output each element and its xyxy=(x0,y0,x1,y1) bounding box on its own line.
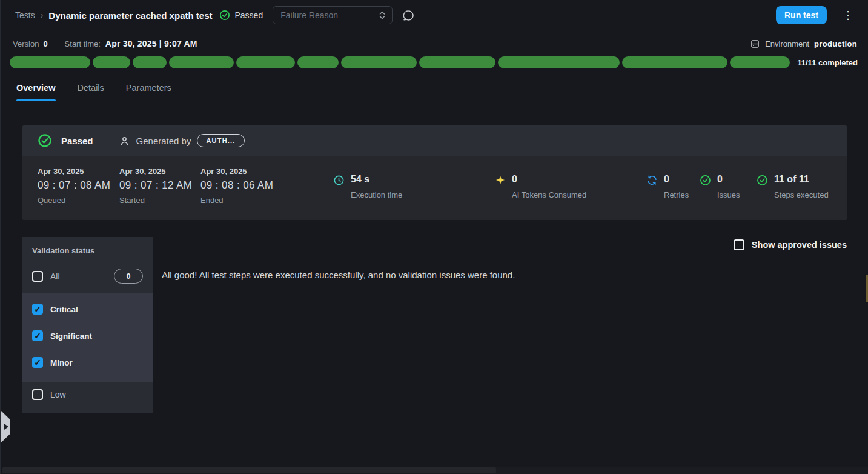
timestamp-date: Apr 30, 2025 xyxy=(38,167,110,176)
show-approved-checkbox[interactable] xyxy=(734,239,744,250)
environment-label: Environment xyxy=(765,39,809,48)
validation-filter-label: Minor xyxy=(50,358,73,367)
person-icon xyxy=(119,135,130,147)
checked-filter-group: ✓Critical✓Significant✓Minor xyxy=(22,293,153,382)
metric-value: 11 of 11 xyxy=(774,174,809,184)
validation-filter-all[interactable]: All0 xyxy=(22,261,153,291)
progress-segment[interactable] xyxy=(730,56,790,68)
progress-segment[interactable] xyxy=(622,56,727,68)
progress-segment[interactable] xyxy=(297,56,339,68)
metric-value: 0 xyxy=(664,174,669,184)
sidebar-expand-handle[interactable] xyxy=(1,411,10,442)
metric-label: AI Tokens Consumed xyxy=(512,190,586,199)
kebab-menu-icon[interactable]: ⋮ xyxy=(839,8,857,22)
sparkle-icon xyxy=(495,175,506,199)
metric-value: 0 xyxy=(512,174,517,184)
clock-icon xyxy=(333,175,345,199)
validation-filter-label: Significant xyxy=(50,332,92,341)
checkbox-checked-icon[interactable]: ✓ xyxy=(32,304,43,315)
chevron-updown-icon xyxy=(379,10,386,20)
breadcrumb-tests-link[interactable]: Tests xyxy=(15,10,35,20)
generated-by-label: Generated by xyxy=(136,136,191,146)
result-status-text: Passed xyxy=(61,136,93,146)
progress-bar xyxy=(10,56,790,68)
check-circle-icon xyxy=(757,175,768,199)
metric-steps-executed: 11 of 11 Steps executed xyxy=(757,174,829,199)
breadcrumb-separator: › xyxy=(41,10,44,20)
issues-section: Validation status All0✓Critical✓Signific… xyxy=(22,237,847,413)
retry-icon xyxy=(646,175,658,199)
checkbox-checked-icon[interactable]: ✓ xyxy=(32,330,43,341)
topbar: Tests › Dynamic parameter cached xpath t… xyxy=(1,0,868,30)
validation-filter-significant[interactable]: ✓Significant xyxy=(22,322,153,349)
validation-filter-label: Low xyxy=(50,390,66,399)
timestamp-time: 09 : 07 : 12 AM xyxy=(119,179,192,192)
timestamp-label: Started xyxy=(119,196,192,205)
horizontal-scrollbar-thumb[interactable] xyxy=(2,467,496,473)
timestamp-started: Apr 30, 2025 09 : 07 : 12 AM Started xyxy=(119,167,192,205)
checkbox-unchecked-icon[interactable] xyxy=(32,389,43,400)
show-approved-row: Show approved issues xyxy=(162,237,847,253)
metric-ai-tokens: 0 AI Tokens Consumed xyxy=(495,174,586,199)
horizontal-scrollbar-track[interactable] xyxy=(2,467,868,474)
validation-filter-low[interactable]: Low xyxy=(22,382,153,407)
run-meta-row: Version 0 Start time: Apr 30, 2025 | 9:0… xyxy=(1,36,868,51)
tab-parameters[interactable]: Parameters xyxy=(126,83,171,101)
tab-details[interactable]: Details xyxy=(78,83,104,101)
progress-segment[interactable] xyxy=(169,56,234,68)
check-circle-icon xyxy=(38,133,52,148)
start-time: Start time: Apr 30, 2025 | 9:07 AM xyxy=(65,39,197,48)
metric-value: 0 xyxy=(717,174,723,184)
progress-segment[interactable] xyxy=(10,56,90,68)
progress-segment[interactable] xyxy=(341,56,417,68)
environment-info: Environment production xyxy=(750,39,857,49)
comment-icon[interactable] xyxy=(402,9,415,22)
failure-reason-placeholder: Failure Reason xyxy=(280,10,338,20)
timestamp-queued: Apr 30, 2025 09 : 07 : 08 AM Queued xyxy=(38,167,110,205)
validation-filter-label: Critical xyxy=(50,305,78,314)
metric-label: Issues xyxy=(717,190,740,199)
show-approved-label: Show approved issues xyxy=(752,240,847,250)
progress-completed-text: 11/11 completed xyxy=(797,58,858,67)
generated-by: Generated by AUTH... xyxy=(119,134,245,147)
run-test-button[interactable]: Run test xyxy=(776,6,827,24)
environment-icon xyxy=(750,39,760,49)
progress-segment[interactable] xyxy=(93,56,130,68)
version-value: 0 xyxy=(43,39,47,48)
metric-value: 54 s xyxy=(351,174,369,184)
checkbox-unchecked-icon[interactable] xyxy=(32,271,43,282)
validation-filter-list: All0✓Critical✓Significant✓MinorLow xyxy=(22,261,153,407)
progress-segment[interactable] xyxy=(498,56,620,68)
metric-label: Retries xyxy=(664,190,689,199)
validation-filter-critical[interactable]: ✓Critical xyxy=(22,296,153,322)
run-summary-card: Passed Generated by AUTH... Apr 30, 2025… xyxy=(22,125,847,220)
check-circle-icon xyxy=(219,10,230,21)
start-time-value: Apr 30, 2025 | 9:07 AM xyxy=(105,39,197,48)
progress-segment[interactable] xyxy=(236,56,295,68)
timestamp-time: 09 : 08 : 06 AM xyxy=(200,179,273,192)
environment-value: production xyxy=(814,39,857,48)
tab-overview[interactable]: Overview xyxy=(16,83,56,101)
checkbox-checked-icon[interactable]: ✓ xyxy=(32,357,43,368)
validation-filter-minor[interactable]: ✓Minor xyxy=(22,349,153,376)
progress-segment[interactable] xyxy=(133,56,166,68)
metric-retries: 0 Retries xyxy=(646,174,689,199)
result-status: Passed xyxy=(38,133,93,148)
version-label: Version xyxy=(13,39,39,48)
timestamp-date: Apr 30, 2025 xyxy=(200,167,273,176)
validation-filter-label: All xyxy=(50,272,60,281)
generated-by-badge[interactable]: AUTH... xyxy=(197,134,244,147)
page-title: Dynamic parameter cached xpath test xyxy=(48,10,212,21)
status-text: Passed xyxy=(234,10,263,20)
progress-segment[interactable] xyxy=(419,56,495,68)
tab-bar: Overview Details Parameters xyxy=(1,83,868,101)
metric-issues: 0 Issues xyxy=(700,174,740,199)
status-badge: Passed xyxy=(219,10,263,21)
filter-count-badge: 0 xyxy=(114,269,143,284)
timestamp-label: Ended xyxy=(200,196,273,205)
timestamp-time: 09 : 07 : 08 AM xyxy=(38,179,110,192)
progress-row: 11/11 completed xyxy=(10,56,858,68)
summary-card-header: Passed Generated by AUTH... xyxy=(22,125,847,156)
no-issues-message: All good! All test steps were executed s… xyxy=(162,270,847,280)
failure-reason-select[interactable]: Failure Reason xyxy=(273,6,393,24)
